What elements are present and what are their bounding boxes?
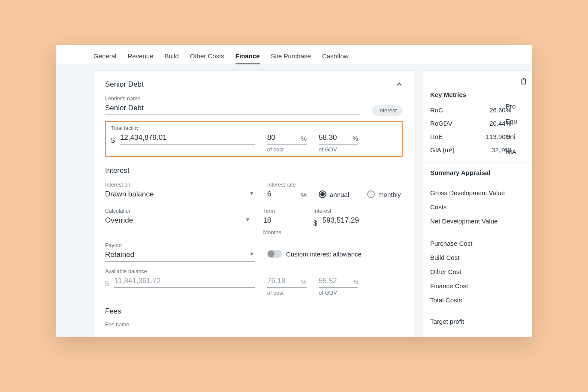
term-input[interactable] xyxy=(263,215,301,227)
period-radio-group: annual monthly xyxy=(319,190,401,198)
radio-checked-icon xyxy=(319,190,326,198)
interest-on-select[interactable] xyxy=(105,189,255,201)
interest-amount-label: Interest xyxy=(314,208,403,214)
currency-symbol: $ xyxy=(105,280,109,288)
tab-finance[interactable]: Finance xyxy=(235,47,260,64)
radio-monthly[interactable]: monthly xyxy=(367,190,401,198)
available-balance-label: Available balance xyxy=(105,268,255,274)
term-label: Term xyxy=(263,208,301,214)
pct-symbol: % xyxy=(299,133,307,145)
of-gdv-helper: of GDV xyxy=(319,146,358,153)
list-item[interactable]: Gross Development Value xyxy=(430,186,532,200)
tabs: General Revenue Build Other Costs Financ… xyxy=(56,47,532,64)
list-item[interactable]: Target profit xyxy=(430,314,532,329)
chevron-down-icon[interactable]: ▼ xyxy=(245,217,250,223)
tab-build[interactable]: Build xyxy=(164,47,178,64)
of-cost-pct-input[interactable] xyxy=(267,132,299,145)
chevron-down-icon[interactable]: ▼ xyxy=(249,190,254,196)
chevron-down-icon[interactable]: ▼ xyxy=(249,251,254,257)
of-cost-helper: of cost xyxy=(267,146,307,153)
of-gdv-pct-input[interactable] xyxy=(319,132,350,145)
total-facility-label: Total facility xyxy=(111,125,255,131)
metrics-col2: Pro Equ Uni NIA xyxy=(506,99,517,159)
radio-annual[interactable]: annual xyxy=(319,190,349,198)
content-area: Senior Debt Lender's name Interest Total… xyxy=(56,64,532,337)
svg-rect-0 xyxy=(522,79,526,84)
radio-unchecked-icon xyxy=(367,190,375,198)
pct-symbol: % xyxy=(350,133,358,145)
pct-symbol: % xyxy=(299,190,307,201)
tab-cashflow[interactable]: Cashflow xyxy=(322,47,349,64)
fee-name-label: Fee name xyxy=(105,322,403,328)
list-item[interactable]: Purchase Cost xyxy=(430,236,532,250)
svg-rect-1 xyxy=(523,78,525,80)
section-title: Senior Debt xyxy=(105,80,144,89)
summary-appraisal-title: Summary Appraisal xyxy=(422,163,532,181)
currency-symbol: $ xyxy=(111,137,115,145)
pct-symbol: % xyxy=(299,277,307,288)
of-cost-helper: of cost xyxy=(267,289,307,296)
list-item[interactable]: Finance Cost xyxy=(430,279,532,293)
list-item[interactable]: Net Development Value xyxy=(430,214,532,228)
calculation-select[interactable] xyxy=(105,215,251,227)
avail-of-gdv-pct xyxy=(319,275,350,288)
available-balance-input xyxy=(114,275,255,288)
side-panel: Key Metrics RoC26.60% RoGDV20.44% RoE113… xyxy=(422,70,532,337)
tab-revenue[interactable]: Revenue xyxy=(127,47,153,64)
payout-select[interactable] xyxy=(105,249,255,262)
lender-name-input[interactable] xyxy=(105,103,360,115)
fees-section-title: Fees xyxy=(105,307,403,316)
lender-name-label: Lender's name xyxy=(105,96,360,102)
payout-label: Payout xyxy=(105,242,255,248)
custom-allowance-label: Custom interest allowance xyxy=(286,250,362,258)
interest-badge[interactable]: Interest xyxy=(372,105,403,116)
app-window: Personal board / 12 New Street, Sydney (… xyxy=(56,45,532,337)
interest-rate-input[interactable] xyxy=(267,189,299,201)
list-item[interactable]: Total Costs xyxy=(430,293,532,307)
list-item[interactable]: Costs xyxy=(430,200,532,214)
tab-site-purchase[interactable]: Site Purchase xyxy=(271,47,311,64)
senior-debt-panel: Senior Debt Lender's name Interest Total… xyxy=(93,70,414,337)
interest-amount-input[interactable] xyxy=(323,215,403,227)
of-gdv-helper: of GDV xyxy=(319,289,358,296)
interest-section-title: Interest xyxy=(105,166,403,175)
list-item[interactable]: Other Cost xyxy=(430,265,532,279)
total-facility-input[interactable] xyxy=(120,132,255,145)
interest-rate-label: Interest rate xyxy=(267,182,307,188)
calculation-label: Calculation xyxy=(105,208,251,214)
tab-other-costs[interactable]: Other Costs xyxy=(190,47,224,64)
tab-general[interactable]: General xyxy=(93,47,116,64)
chevron-up-icon[interactable] xyxy=(396,81,403,88)
pct-symbol: % xyxy=(350,277,358,288)
radio-monthly-label: monthly xyxy=(378,191,401,198)
total-facility-group: Total facility $ % of cost xyxy=(105,121,403,157)
list-item[interactable]: Build Cost xyxy=(430,250,532,265)
avail-of-cost-pct xyxy=(267,275,299,288)
clipboard-icon[interactable] xyxy=(520,78,528,87)
currency-symbol: $ xyxy=(314,220,317,227)
radio-annual-label: annual xyxy=(330,191,349,198)
term-helper: Months xyxy=(263,229,301,235)
interest-on-label: Interest on xyxy=(105,182,255,188)
custom-allowance-toggle[interactable] xyxy=(267,250,282,258)
